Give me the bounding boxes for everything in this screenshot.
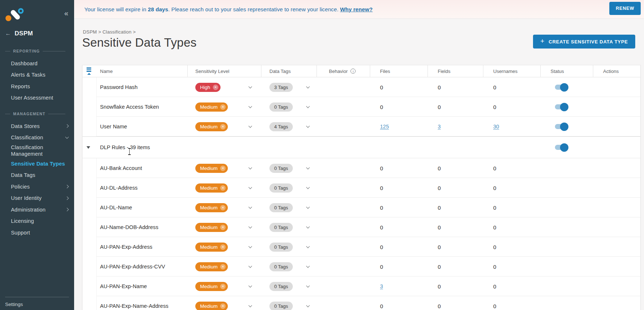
badge-remove-icon[interactable]: ✕: [220, 264, 226, 270]
data-tags-pill[interactable]: 0 Tags: [269, 102, 293, 112]
sidebar-item-user-identity[interactable]: User Identity: [0, 193, 74, 204]
info-icon[interactable]: i: [350, 69, 356, 74]
chevron-down-icon[interactable]: [306, 124, 310, 128]
sidebar-item-support[interactable]: Support: [0, 227, 74, 239]
badge-remove-icon[interactable]: ✕: [220, 185, 226, 191]
sidebar-item-user-assessment[interactable]: User Assessment: [0, 92, 74, 104]
create-sensitive-data-type-button[interactable]: + CREATE SENSITIVE DATA TYPE: [533, 35, 635, 49]
data-tags-pill[interactable]: 0 Tags: [269, 302, 293, 310]
sidebar-collapse-icon[interactable]: «: [64, 9, 68, 17]
data-tags-pill[interactable]: 4 Tags: [269, 122, 293, 131]
chevron-down-icon[interactable]: [249, 244, 252, 248]
data-tags-pill[interactable]: 0 Tags: [269, 282, 293, 291]
sensitivity-badge[interactable]: Medium✕: [195, 262, 228, 271]
sidebar-item-data-stores[interactable]: Data Stores: [0, 120, 74, 132]
sidebar-title[interactable]: ← DSPM: [5, 30, 33, 37]
chevron-down-icon[interactable]: [249, 205, 252, 209]
sidebar-item-sensitive-data-types[interactable]: Sensitive Data Types: [0, 158, 74, 170]
status-toggle[interactable]: [555, 145, 567, 150]
chevron-down-icon[interactable]: [306, 225, 310, 228]
sidebar-item-policies[interactable]: Policies: [0, 181, 74, 193]
sidebar-item-settings[interactable]: Settings: [5, 302, 23, 307]
chevron-down-icon[interactable]: [249, 264, 252, 268]
chevron-down-icon[interactable]: [249, 166, 252, 169]
back-arrow-icon[interactable]: ←: [5, 30, 11, 37]
chevron-down-icon[interactable]: [249, 85, 252, 88]
sensitivity-badge[interactable]: Medium✕: [195, 223, 228, 232]
sidebar-item-label: Reports: [11, 83, 30, 90]
sensitivity-badge[interactable]: Medium✕: [195, 102, 228, 112]
badge-remove-icon[interactable]: ✕: [220, 166, 226, 171]
table-row: AU-Name-DOB-AddressMedium✕0 Tags000: [83, 217, 640, 237]
status-toggle[interactable]: [555, 85, 567, 90]
renew-button[interactable]: RENEW: [609, 2, 641, 15]
sidebar-item-classification-management[interactable]: Classification Management: [0, 143, 74, 158]
badge-remove-icon[interactable]: ✕: [220, 244, 226, 250]
badge-remove-icon[interactable]: ✕: [213, 85, 218, 90]
sensitivity-badge[interactable]: Medium✕: [195, 243, 228, 252]
sensitivity-level-label: Medium: [200, 166, 218, 171]
chevron-down-icon[interactable]: [249, 185, 252, 189]
fields-link[interactable]: 3: [438, 124, 441, 129]
sensitivity-badge[interactable]: Medium✕: [195, 302, 228, 310]
usernames-link[interactable]: 30: [493, 124, 499, 129]
files-link[interactable]: 3: [380, 283, 383, 289]
files-link[interactable]: 125: [380, 124, 389, 129]
data-tags-pill[interactable]: 0 Tags: [269, 164, 293, 173]
sidebar-item-alerts-tasks[interactable]: Alerts & Tasks: [0, 69, 74, 81]
why-renew-link[interactable]: Why renew?: [340, 6, 372, 12]
status-toggle[interactable]: [555, 104, 567, 109]
chevron-down-icon[interactable]: [306, 185, 310, 189]
sidebar-item-licensing[interactable]: Licensing: [0, 216, 74, 227]
table-row: AU-DL-AddressMedium✕0 Tags000: [83, 178, 640, 198]
actions-cell: [593, 178, 640, 198]
sensitivity-badge[interactable]: Medium✕: [195, 203, 228, 212]
data-tags-pill[interactable]: 0 Tags: [269, 262, 293, 271]
chevron-down-icon[interactable]: [306, 244, 310, 248]
chevron-down-icon[interactable]: [249, 303, 252, 307]
chevron-down-icon[interactable]: [306, 166, 310, 169]
sort-filter-icon[interactable]: [87, 67, 91, 75]
chevron-down-icon[interactable]: [306, 85, 310, 88]
badge-remove-icon[interactable]: ✕: [220, 225, 226, 230]
chevron-down-icon[interactable]: [306, 264, 310, 268]
app-logo[interactable]: [5, 7, 24, 23]
chevron-down-icon[interactable]: [306, 205, 310, 209]
data-tags-pill[interactable]: 0 Tags: [269, 183, 293, 193]
nav-section-label: MANAGEMENT: [5, 112, 65, 116]
breadcrumb[interactable]: DSPM > Classification >: [83, 29, 136, 35]
sidebar-item-reports[interactable]: Reports: [0, 81, 74, 92]
chevron-down-icon[interactable]: [306, 104, 310, 108]
chevron-down-icon[interactable]: [249, 124, 252, 128]
sensitivity-badge[interactable]: Medium✕: [195, 183, 228, 193]
sensitivity-badge[interactable]: Medium✕: [195, 122, 228, 131]
sidebar-item-classification[interactable]: Classification: [0, 132, 74, 144]
table-row: AU-PAN-Exp-Address-CVVMedium✕0 Tags000: [83, 257, 640, 276]
badge-remove-icon[interactable]: ✕: [220, 205, 226, 210]
chevron-down-icon[interactable]: [306, 303, 310, 307]
badge-remove-icon[interactable]: ✕: [220, 303, 226, 309]
sidebar-item-administration[interactable]: Administration: [0, 204, 74, 216]
chevron-down-icon[interactable]: [249, 225, 252, 228]
sensitivity-badge[interactable]: Medium✕: [195, 164, 228, 173]
sidebar-item-label: User Assessment: [11, 94, 53, 101]
chevron-down-icon[interactable]: [249, 104, 252, 108]
badge-remove-icon[interactable]: ✕: [220, 124, 226, 129]
sensitivity-badge[interactable]: High✕: [195, 83, 221, 92]
sensitivity-badge[interactable]: Medium✕: [195, 282, 228, 291]
chevron-down-icon[interactable]: [306, 284, 310, 287]
chevron-down-icon[interactable]: [249, 284, 252, 287]
data-tags-pill[interactable]: 0 Tags: [269, 203, 293, 212]
sidebar-item-dashboard[interactable]: Dashboard: [0, 58, 74, 69]
badge-remove-icon[interactable]: ✕: [220, 284, 226, 289]
data-tags-pill[interactable]: 3 Tags: [269, 83, 293, 92]
sidebar-item-data-tags[interactable]: Data Tags: [0, 170, 74, 181]
status-toggle[interactable]: [555, 124, 567, 129]
group-expander-icon[interactable]: [87, 146, 90, 149]
badge-remove-icon[interactable]: ✕: [220, 104, 226, 110]
data-tags-pill[interactable]: 0 Tags: [269, 243, 293, 252]
actions-cell: [593, 257, 640, 276]
sidebar-title-label: DSPM: [15, 30, 33, 37]
table-row: AU-Bank AccountMedium✕0 Tags000: [83, 158, 640, 178]
data-tags-pill[interactable]: 0 Tags: [269, 223, 293, 232]
